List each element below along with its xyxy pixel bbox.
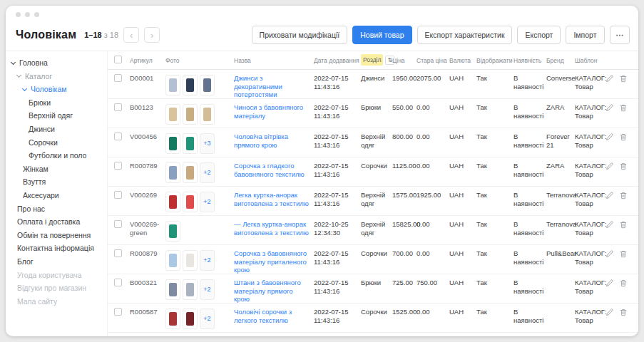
row-checkbox[interactable] [114, 249, 122, 257]
sidebar-item[interactable]: Сорочки [11, 136, 107, 150]
column-header[interactable]: Шаблон [575, 57, 610, 64]
export-button[interactable]: Експорт [517, 26, 561, 44]
edit-icon[interactable] [605, 162, 614, 186]
more-photos-badge[interactable]: +2 [200, 162, 215, 183]
delete-icon[interactable] [619, 162, 628, 186]
pagination-prev-button[interactable]: ‹ [123, 27, 139, 43]
edit-icon[interactable] [605, 249, 614, 274]
sidebar-item[interactable]: Обмін та повернення [11, 229, 107, 242]
column-header[interactable]: Стара ціна [416, 57, 449, 64]
pagination-next-button[interactable]: › [144, 27, 160, 43]
sidebar-item[interactable]: Відгуки про магазин [11, 281, 107, 295]
column-header[interactable]: Валюта [449, 57, 476, 64]
product-photo[interactable] [200, 104, 215, 125]
product-photo[interactable] [183, 104, 198, 125]
column-header[interactable]: Наявність [513, 57, 546, 64]
column-header[interactable]: Розділ⇅ [361, 56, 392, 65]
product-photo[interactable] [165, 309, 180, 329]
product-photo[interactable] [183, 309, 198, 329]
row-checkbox[interactable] [114, 220, 122, 228]
product-photo[interactable] [183, 162, 198, 183]
column-header[interactable]: Артикул [130, 57, 165, 64]
product-photo[interactable] [165, 279, 180, 300]
sidebar-item[interactable]: Оплата і доставка [11, 215, 107, 229]
edit-icon[interactable] [605, 74, 614, 99]
sidebar-item[interactable]: Каталог [11, 70, 107, 83]
delete-icon[interactable] [619, 220, 628, 244]
delete-icon[interactable] [619, 74, 628, 99]
sidebar-item[interactable]: Футболки и поло [11, 149, 107, 162]
product-name-link[interactable]: Чоловіча вітрівка прямого крою [234, 133, 288, 149]
delete-icon[interactable] [619, 308, 628, 332]
edit-icon[interactable] [605, 103, 614, 128]
product-name-link[interactable]: Сорочка з гладкого бавовняного текстилю [234, 162, 305, 178]
more-photos-badge[interactable]: +2 [200, 192, 215, 212]
sidebar-item[interactable]: Головна [11, 56, 107, 70]
product-name-link[interactable]: Чоловічі сорочки з легкого текстилю [234, 308, 292, 324]
edit-icon[interactable] [605, 279, 614, 304]
sidebar-item[interactable]: Брюки [11, 96, 107, 110]
delete-icon[interactable] [619, 103, 628, 128]
window-minimize-button[interactable] [25, 12, 30, 17]
sidebar-item[interactable]: Жінкам [11, 162, 107, 176]
row-checkbox[interactable] [114, 103, 122, 111]
product-photo[interactable] [183, 75, 198, 95]
delete-icon[interactable] [619, 249, 628, 274]
sidebar-item[interactable]: Чоловікам [11, 83, 107, 96]
product-name-link[interactable]: — Легка куртка-анорак виготовлена з текс… [234, 220, 309, 237]
sidebar-item[interactable]: Угода користувача [11, 269, 107, 282]
sidebar-item[interactable]: Про нас [11, 202, 107, 216]
product-photo[interactable] [165, 162, 180, 183]
edit-icon[interactable] [605, 220, 614, 244]
window-maximize-button[interactable] [34, 12, 39, 17]
delete-icon[interactable] [619, 191, 628, 215]
row-checkbox[interactable] [114, 74, 122, 82]
more-photos-badge[interactable]: +2 [200, 309, 215, 329]
product-photo[interactable] [183, 250, 198, 271]
more-photos-badge[interactable]: +3 [200, 133, 215, 154]
column-header[interactable]: Фото [165, 57, 234, 64]
more-actions-button[interactable]: ⋯ [610, 26, 630, 44]
product-name-link[interactable]: Штани з бавовняного матеріалу прямого кр… [234, 279, 301, 303]
hide-modifications-button[interactable]: Приховати модифікації [252, 26, 348, 44]
delete-icon[interactable] [619, 133, 628, 157]
product-name-link[interactable]: Чиноси з бавовняного матеріалу [234, 103, 303, 120]
new-product-button[interactable]: Новий товар [352, 26, 412, 44]
column-header[interactable]: Ціна [392, 57, 416, 64]
edit-icon[interactable] [605, 191, 614, 215]
sidebar-item[interactable]: Аксесуари [11, 189, 107, 202]
sidebar-item[interactable]: Мапа сайту [11, 295, 107, 309]
product-photo[interactable] [165, 192, 180, 212]
column-header[interactable]: Відображати [476, 57, 513, 64]
column-header[interactable]: Бренд [546, 57, 575, 64]
export-characteristics-button[interactable]: Експорт характеристик [417, 26, 513, 44]
product-photo[interactable] [183, 279, 198, 300]
row-checkbox[interactable] [114, 191, 122, 199]
product-photo[interactable] [183, 192, 198, 212]
product-photo[interactable] [183, 133, 198, 154]
sidebar-item[interactable]: Верхній одяг [11, 109, 107, 123]
product-photo[interactable] [165, 104, 180, 125]
row-checkbox[interactable] [114, 279, 122, 286]
more-photos-badge[interactable]: +2 [200, 279, 215, 300]
sidebar-item[interactable]: Контактна інформація [11, 242, 107, 255]
delete-icon[interactable] [619, 279, 628, 304]
sidebar-item[interactable]: Взуття [11, 175, 107, 189]
product-photo[interactable] [165, 250, 180, 271]
select-all-checkbox[interactable] [114, 56, 122, 63]
column-header[interactable]: Назва [234, 57, 314, 64]
product-photo[interactable] [165, 133, 180, 154]
edit-icon[interactable] [605, 133, 614, 157]
product-photo[interactable] [165, 75, 180, 95]
column-header[interactable]: Дата додавання [314, 57, 361, 64]
row-checkbox[interactable] [114, 308, 122, 316]
product-photo[interactable] [165, 221, 180, 242]
product-name-link[interactable]: Легка куртка-анорак виготовлена з тексти… [234, 191, 309, 207]
product-name-link[interactable]: Джинси з декоративними потертостями [234, 74, 282, 98]
product-photo[interactable] [200, 75, 215, 95]
import-button[interactable]: Імпорт [566, 26, 604, 44]
sidebar-item[interactable]: Блог [11, 255, 107, 269]
sidebar-item[interactable]: Джинси [11, 123, 107, 136]
product-name-link[interactable]: Сорочка з бавовняного матеріалу притален… [234, 249, 307, 274]
more-photos-badge[interactable]: +2 [200, 250, 215, 271]
